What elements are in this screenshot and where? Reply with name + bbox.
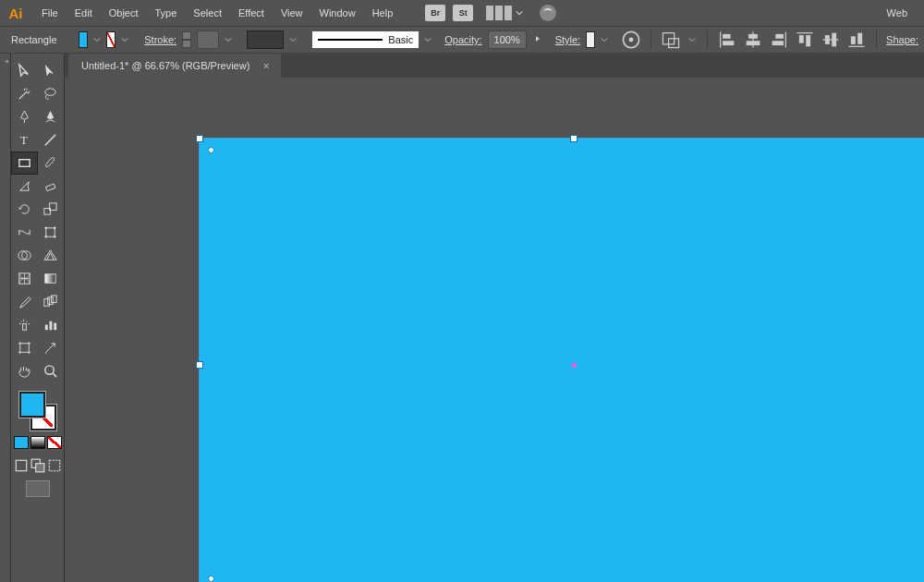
close-tab-icon[interactable]: ✕ xyxy=(262,61,270,71)
svg-point-46 xyxy=(45,366,54,374)
fill-stroke-swatches[interactable] xyxy=(18,392,58,430)
column-graph-tool[interactable] xyxy=(38,313,65,336)
magic-wand-tool[interactable] xyxy=(11,82,38,105)
shape-builder-tool[interactable] xyxy=(11,244,38,267)
align-vcenter-icon[interactable] xyxy=(821,30,841,50)
resize-handle-n[interactable] xyxy=(570,135,578,142)
canvas-viewport[interactable] xyxy=(65,78,924,582)
brush-definition[interactable]: Basic xyxy=(312,31,419,48)
menu-window[interactable]: Window xyxy=(311,2,364,24)
recolor-artwork-icon[interactable] xyxy=(621,30,641,50)
align-left-icon[interactable] xyxy=(717,30,737,50)
line-segment-tool[interactable] xyxy=(38,128,65,152)
stroke-dropdown[interactable] xyxy=(121,36,128,43)
menu-effect[interactable]: Effect xyxy=(230,2,273,24)
shaper-tool[interactable] xyxy=(11,175,38,198)
type-tool[interactable]: T xyxy=(11,128,38,152)
gradient-tool[interactable] xyxy=(38,267,65,290)
var-width-dd[interactable] xyxy=(289,36,297,43)
menu-edit[interactable]: Edit xyxy=(67,2,101,24)
width-tool[interactable] xyxy=(11,221,38,244)
center-point[interactable] xyxy=(572,363,577,368)
color-mode-solid[interactable] xyxy=(14,436,29,449)
resize-handle-w[interactable] xyxy=(196,361,203,369)
curvature-tool[interactable] xyxy=(38,105,65,128)
corner-widget-nw[interactable] xyxy=(208,147,214,153)
pen-tool[interactable] xyxy=(11,105,38,128)
gpu-performance-icon[interactable] xyxy=(540,5,556,21)
hand-tool[interactable] xyxy=(11,359,38,382)
draw-inside-icon[interactable] xyxy=(47,458,62,473)
menu-type[interactable]: Type xyxy=(147,2,186,24)
direct-selection-tool[interactable] xyxy=(38,59,65,82)
slice-tool[interactable] xyxy=(38,336,65,359)
svg-rect-14 xyxy=(799,35,804,43)
document-tab[interactable]: Untitled-1* @ 66.67% (RGB/Preview) ✕ xyxy=(68,54,281,78)
panel-collapse-tab[interactable] xyxy=(0,54,11,582)
eraser-tool[interactable] xyxy=(38,175,65,198)
rotate-tool[interactable] xyxy=(11,198,38,221)
stroke-weight-input[interactable] xyxy=(197,30,219,49)
opacity-flyout[interactable] xyxy=(534,34,541,45)
svg-line-47 xyxy=(54,373,57,377)
fill-swatch[interactable] xyxy=(79,31,88,48)
symbol-sprayer-tool[interactable] xyxy=(11,313,38,336)
brush-dd[interactable] xyxy=(424,36,432,43)
fill-color-box[interactable] xyxy=(19,392,45,418)
selected-rectangle[interactable] xyxy=(200,139,924,582)
menu-items: File Edit Object Type Select Effect View… xyxy=(33,2,401,24)
artboard-tool[interactable] xyxy=(11,336,38,359)
stroke-weight-stepper[interactable] xyxy=(182,31,191,48)
lasso-tool[interactable] xyxy=(38,82,65,105)
align-bottom-icon[interactable] xyxy=(846,30,867,50)
blend-tool[interactable] xyxy=(38,290,65,313)
corner-widget-sw[interactable] xyxy=(208,576,214,582)
zoom-tool[interactable] xyxy=(38,359,65,382)
svg-rect-25 xyxy=(19,160,30,167)
svg-rect-42 xyxy=(45,325,48,331)
selection-tool[interactable] xyxy=(11,59,38,82)
canvas-area: Untitled-1* @ 66.67% (RGB/Preview) ✕ xyxy=(65,54,924,582)
opacity-label: Opacity: xyxy=(444,34,481,45)
svg-point-22 xyxy=(45,89,55,96)
stroke-swatch[interactable] xyxy=(106,31,116,48)
align-to-selection-icon[interactable] xyxy=(661,30,681,50)
rectangle-tool[interactable] xyxy=(11,152,38,175)
style-swatch[interactable] xyxy=(586,31,595,48)
menu-select[interactable]: Select xyxy=(185,2,230,24)
svg-rect-5 xyxy=(723,34,731,39)
draw-behind-icon[interactable] xyxy=(30,458,45,473)
svg-rect-41 xyxy=(22,324,26,331)
menu-view[interactable]: View xyxy=(273,2,311,24)
align-right-icon[interactable] xyxy=(769,30,789,50)
paintbrush-tool[interactable] xyxy=(38,152,65,175)
free-transform-tool[interactable] xyxy=(38,221,65,244)
svg-point-33 xyxy=(54,236,55,237)
svg-rect-40 xyxy=(52,296,57,303)
arrange-documents-button[interactable] xyxy=(486,6,512,20)
color-mode-none[interactable] xyxy=(47,436,62,449)
menu-file[interactable]: File xyxy=(33,2,67,24)
mesh-tool[interactable] xyxy=(11,267,38,290)
menu-object[interactable]: Object xyxy=(101,2,147,24)
svg-rect-18 xyxy=(832,33,836,47)
align-top-icon[interactable] xyxy=(795,30,815,50)
scale-tool[interactable] xyxy=(38,198,65,221)
menu-help[interactable]: Help xyxy=(364,2,402,24)
style-dd[interactable] xyxy=(601,36,608,43)
opacity-value[interactable]: 100% xyxy=(488,30,527,49)
resize-handle-nw[interactable] xyxy=(196,135,203,142)
align-hcenter-icon[interactable] xyxy=(743,30,763,50)
var-width-profile[interactable] xyxy=(247,30,285,49)
stroke-weight-dd[interactable] xyxy=(225,36,232,43)
perspective-grid-tool[interactable] xyxy=(38,244,65,267)
draw-normal-icon[interactable] xyxy=(14,458,29,473)
eyedropper-tool[interactable] xyxy=(11,290,38,313)
align-dd[interactable] xyxy=(687,36,698,43)
stock-button[interactable]: St xyxy=(453,5,473,21)
bridge-button[interactable]: Br xyxy=(425,5,445,21)
fill-dropdown[interactable] xyxy=(93,36,101,43)
workspace-switcher[interactable]: Web xyxy=(881,4,913,22)
screen-mode-button[interactable] xyxy=(26,480,50,497)
color-mode-gradient[interactable] xyxy=(30,436,45,449)
